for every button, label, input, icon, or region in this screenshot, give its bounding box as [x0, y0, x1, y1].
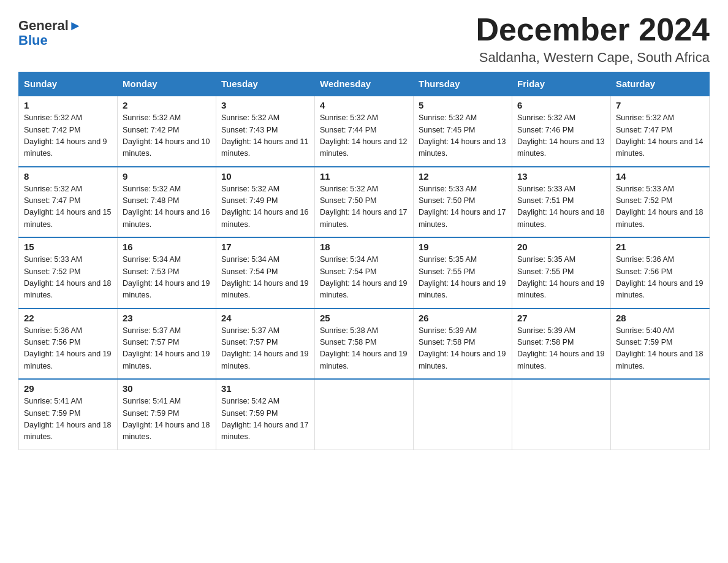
calendar-week-3: 15Sunrise: 5:33 AMSunset: 7:52 PMDayligh…: [19, 237, 710, 308]
page-header: General► Blue December 2024 Saldanha, We…: [18, 12, 710, 66]
day-number: 8: [24, 171, 112, 182]
day-info: Sunrise: 5:33 AMSunset: 7:52 PMDaylight:…: [616, 183, 704, 231]
calendar-cell: 11Sunrise: 5:32 AMSunset: 7:50 PMDayligh…: [315, 167, 414, 238]
weekday-header-monday: Monday: [118, 72, 216, 96]
title-section: December 2024 Saldanha, Western Cape, So…: [476, 12, 710, 66]
day-info: Sunrise: 5:39 AMSunset: 7:58 PMDaylight:…: [419, 325, 507, 373]
day-number: 22: [24, 313, 112, 323]
day-info: Sunrise: 5:36 AMSunset: 7:56 PMDaylight:…: [616, 254, 704, 302]
calendar-week-2: 8Sunrise: 5:32 AMSunset: 7:47 PMDaylight…: [19, 167, 710, 238]
day-info: Sunrise: 5:34 AMSunset: 7:54 PMDaylight:…: [221, 254, 309, 302]
weekday-header-saturday: Saturday: [611, 72, 710, 96]
day-info: Sunrise: 5:36 AMSunset: 7:56 PMDaylight:…: [24, 325, 112, 373]
day-number: 25: [320, 313, 408, 323]
day-number: 10: [221, 171, 309, 182]
day-number: 14: [616, 171, 704, 182]
day-number: 17: [221, 242, 309, 252]
day-number: 1: [24, 100, 112, 110]
weekday-header-tuesday: Tuesday: [216, 72, 315, 96]
calendar-cell: 30Sunrise: 5:41 AMSunset: 7:59 PMDayligh…: [118, 379, 216, 450]
calendar-cell: 10Sunrise: 5:32 AMSunset: 7:49 PMDayligh…: [216, 167, 315, 238]
calendar-cell: 31Sunrise: 5:42 AMSunset: 7:59 PMDayligh…: [216, 379, 315, 450]
calendar-week-1: 1Sunrise: 5:32 AMSunset: 7:42 PMDaylight…: [19, 96, 710, 167]
calendar-cell: 17Sunrise: 5:34 AMSunset: 7:54 PMDayligh…: [216, 237, 315, 308]
day-info: Sunrise: 5:40 AMSunset: 7:59 PMDaylight:…: [616, 325, 704, 373]
day-info: Sunrise: 5:33 AMSunset: 7:50 PMDaylight:…: [419, 183, 507, 231]
day-number: 18: [320, 242, 408, 252]
day-number: 5: [419, 100, 507, 110]
calendar-cell: 15Sunrise: 5:33 AMSunset: 7:52 PMDayligh…: [19, 237, 118, 308]
calendar-cell: 21Sunrise: 5:36 AMSunset: 7:56 PMDayligh…: [611, 237, 710, 308]
day-number: 9: [123, 171, 211, 182]
logo-blue-text: Blue: [18, 33, 48, 48]
day-number: 2: [123, 100, 211, 110]
calendar-cell: 12Sunrise: 5:33 AMSunset: 7:50 PMDayligh…: [414, 167, 512, 238]
day-info: Sunrise: 5:32 AMSunset: 7:47 PMDaylight:…: [616, 112, 704, 160]
location-title: Saldanha, Western Cape, South Africa: [476, 50, 710, 66]
calendar-cell: [414, 379, 512, 450]
day-info: Sunrise: 5:32 AMSunset: 7:42 PMDaylight:…: [24, 112, 112, 160]
day-info: Sunrise: 5:37 AMSunset: 7:57 PMDaylight:…: [123, 325, 211, 373]
calendar-cell: 8Sunrise: 5:32 AMSunset: 7:47 PMDaylight…: [19, 167, 118, 238]
weekday-header-thursday: Thursday: [414, 72, 512, 96]
logo-triangle-icon: ►: [69, 18, 82, 33]
calendar-cell: 25Sunrise: 5:38 AMSunset: 7:58 PMDayligh…: [315, 308, 414, 380]
day-info: Sunrise: 5:32 AMSunset: 7:50 PMDaylight:…: [320, 183, 408, 231]
weekday-header-wednesday: Wednesday: [315, 72, 414, 96]
day-info: Sunrise: 5:32 AMSunset: 7:47 PMDaylight:…: [24, 183, 112, 231]
day-info: Sunrise: 5:32 AMSunset: 7:43 PMDaylight:…: [221, 112, 309, 160]
calendar-week-5: 29Sunrise: 5:41 AMSunset: 7:59 PMDayligh…: [19, 379, 710, 450]
calendar-week-4: 22Sunrise: 5:36 AMSunset: 7:56 PMDayligh…: [19, 308, 710, 380]
calendar-cell: 29Sunrise: 5:41 AMSunset: 7:59 PMDayligh…: [19, 379, 118, 450]
calendar-cell: 23Sunrise: 5:37 AMSunset: 7:57 PMDayligh…: [118, 308, 216, 380]
day-number: 7: [616, 100, 704, 110]
day-info: Sunrise: 5:39 AMSunset: 7:58 PMDaylight:…: [517, 325, 605, 373]
day-number: 6: [517, 100, 605, 110]
day-info: Sunrise: 5:38 AMSunset: 7:58 PMDaylight:…: [320, 325, 408, 373]
calendar-cell: 16Sunrise: 5:34 AMSunset: 7:53 PMDayligh…: [118, 237, 216, 308]
day-number: 28: [616, 313, 704, 323]
day-number: 19: [419, 242, 507, 252]
calendar-cell: 7Sunrise: 5:32 AMSunset: 7:47 PMDaylight…: [611, 96, 710, 167]
calendar-cell: 13Sunrise: 5:33 AMSunset: 7:51 PMDayligh…: [512, 167, 611, 238]
logo: General► Blue: [18, 12, 82, 48]
day-info: Sunrise: 5:32 AMSunset: 7:42 PMDaylight:…: [123, 112, 211, 160]
weekday-header-friday: Friday: [512, 72, 611, 96]
day-info: Sunrise: 5:41 AMSunset: 7:59 PMDaylight:…: [24, 396, 112, 443]
day-number: 11: [320, 171, 408, 182]
calendar-cell: 19Sunrise: 5:35 AMSunset: 7:55 PMDayligh…: [414, 237, 512, 308]
calendar-header: SundayMondayTuesdayWednesdayThursdayFrid…: [19, 72, 710, 96]
day-info: Sunrise: 5:41 AMSunset: 7:59 PMDaylight:…: [123, 396, 211, 443]
day-info: Sunrise: 5:35 AMSunset: 7:55 PMDaylight:…: [419, 254, 507, 302]
calendar-cell: 18Sunrise: 5:34 AMSunset: 7:54 PMDayligh…: [315, 237, 414, 308]
day-info: Sunrise: 5:33 AMSunset: 7:51 PMDaylight:…: [517, 183, 605, 231]
logo-text: General►: [18, 18, 82, 33]
day-number: 20: [517, 242, 605, 252]
calendar-cell: 2Sunrise: 5:32 AMSunset: 7:42 PMDaylight…: [118, 96, 216, 167]
calendar-cell: [611, 379, 710, 450]
weekday-header-row: SundayMondayTuesdayWednesdayThursdayFrid…: [19, 72, 710, 96]
calendar-cell: 3Sunrise: 5:32 AMSunset: 7:43 PMDaylight…: [216, 96, 315, 167]
day-number: 13: [517, 171, 605, 182]
month-title: December 2024: [476, 12, 710, 47]
calendar-cell: 1Sunrise: 5:32 AMSunset: 7:42 PMDaylight…: [19, 96, 118, 167]
calendar-cell: 28Sunrise: 5:40 AMSunset: 7:59 PMDayligh…: [611, 308, 710, 380]
day-info: Sunrise: 5:32 AMSunset: 7:45 PMDaylight:…: [419, 112, 507, 160]
day-number: 31: [221, 383, 309, 394]
day-info: Sunrise: 5:42 AMSunset: 7:59 PMDaylight:…: [221, 396, 309, 443]
day-info: Sunrise: 5:32 AMSunset: 7:48 PMDaylight:…: [123, 183, 211, 231]
day-number: 24: [221, 313, 309, 323]
day-number: 16: [123, 242, 211, 252]
calendar-table: SundayMondayTuesdayWednesdayThursdayFrid…: [18, 72, 710, 450]
day-info: Sunrise: 5:37 AMSunset: 7:57 PMDaylight:…: [221, 325, 309, 373]
day-number: 4: [320, 100, 408, 110]
day-info: Sunrise: 5:35 AMSunset: 7:55 PMDaylight:…: [517, 254, 605, 302]
day-info: Sunrise: 5:32 AMSunset: 7:49 PMDaylight:…: [221, 183, 309, 231]
calendar-cell: 27Sunrise: 5:39 AMSunset: 7:58 PMDayligh…: [512, 308, 611, 380]
day-number: 27: [517, 313, 605, 323]
day-info: Sunrise: 5:34 AMSunset: 7:54 PMDaylight:…: [320, 254, 408, 302]
day-number: 29: [24, 383, 112, 394]
calendar-cell: 4Sunrise: 5:32 AMSunset: 7:44 PMDaylight…: [315, 96, 414, 167]
calendar-cell: 5Sunrise: 5:32 AMSunset: 7:45 PMDaylight…: [414, 96, 512, 167]
calendar-cell: 26Sunrise: 5:39 AMSunset: 7:58 PMDayligh…: [414, 308, 512, 380]
